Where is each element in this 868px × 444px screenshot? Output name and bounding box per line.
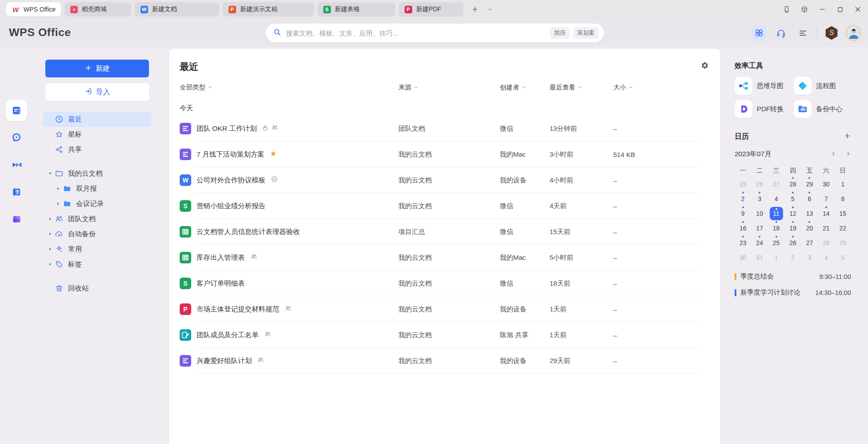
collapse-arrow-icon[interactable] [55,186,61,191]
avatar[interactable] [846,25,861,40]
calendar-day[interactable]: 1 [835,177,851,191]
calendar-day[interactable]: 9 [735,206,751,221]
tool-0[interactable]: 思维导图 [735,77,792,95]
calendar-day[interactable]: 2 [735,191,751,206]
filter-1[interactable]: 来源 [398,83,500,92]
file-row-4[interactable]: 云文档管人员信息统计表理器验收 项目汇总 微信 15天前 – [169,219,720,245]
calendar-day[interactable]: 13 [801,206,818,221]
calendar-day[interactable]: 5 [784,191,801,206]
sidebar-item-10[interactable]: 回收站 [43,281,151,296]
collapse-arrow-icon[interactable] [55,202,61,206]
file-row-7[interactable]: P 市场主体登记提交材料规范 我的云文档 我的设备 1天前 – [169,296,720,322]
window-tab-3[interactable]: P 新建演示文稿 [223,2,314,16]
calendar-day[interactable]: 31 [751,250,768,265]
calendar-day[interactable]: 28 [818,235,834,250]
sidebar-item-3[interactable]: 我的云文档 [43,166,151,181]
calendar-day[interactable]: 22 [835,221,851,235]
file-row-8[interactable]: 团队成员及分工名单 我的云文档 陈旭 共享 1天前 – [169,322,720,348]
calendar-day[interactable]: 6 [801,191,818,206]
calendar-day[interactable]: 24 [751,235,768,250]
file-row-5[interactable]: 库存出入管理表 我的云文档 我的Mac 5小时前 – [169,245,720,270]
maximize-icon[interactable] [835,4,845,14]
sidebar-item-0[interactable]: 最近 [43,112,151,127]
calendar-day[interactable]: 25 [735,177,751,191]
collapse-arrow-icon[interactable] [47,217,53,221]
window-tab-5[interactable]: P 新建PDF [399,2,463,16]
calendar-day[interactable]: 7 [818,191,834,206]
documents-home-icon[interactable] [6,100,27,121]
mobile-device-icon[interactable] [782,4,792,14]
calendar-app-icon[interactable] [6,181,27,202]
calendar-event-1[interactable]: 新季度学习计划讨论 14:30–16:00 [735,288,851,297]
new-document-button[interactable]: 新建 [45,60,149,77]
window-tab-1[interactable]: 稻壳商城 [64,2,131,16]
apps-grid-icon[interactable] [751,25,767,40]
calendar-day[interactable]: 27 [768,177,784,191]
file-row-3[interactable]: S 营销小组业绩分析报告 我的云文档 微信 4天前 – [169,193,720,219]
search-tag-plan[interactable]: 策划案 [573,27,599,39]
calendar-day[interactable]: 8 [835,191,851,206]
collapse-arrow-icon[interactable] [47,262,53,266]
filter-0[interactable]: 全部类型 [180,83,398,92]
calendar-day[interactable]: 16 [735,221,751,235]
calendar-day[interactable]: 28 [784,177,801,191]
tool-1[interactable]: 流程图 [794,77,851,95]
calendar-day[interactable]: 17 [751,221,768,235]
calendar-day[interactable]: 29 [801,177,818,191]
new-tab-plus-icon[interactable] [470,4,480,15]
calendar-day[interactable]: 3 [801,250,818,265]
import-button[interactable]: 导入 [45,83,149,101]
calendar-day[interactable]: 27 [801,235,818,250]
calendar-day[interactable]: 2 [784,250,801,265]
calendar-day[interactable]: 4 [818,250,834,265]
meeting-icon[interactable] [6,154,27,175]
sidebar-item-1[interactable]: 星标 [43,127,151,142]
sidebar-item-9[interactable]: 标签 [43,257,151,272]
close-icon[interactable] [853,4,863,14]
chat-icon[interactable] [6,127,27,148]
calendar-day[interactable]: 14 [818,206,834,221]
filter-3[interactable]: 最近查看 [550,83,613,92]
search-input[interactable] [286,29,547,37]
minimize-icon[interactable] [817,4,827,14]
search-bar[interactable]: 简历 策划案 [266,24,604,42]
sidebar-item-2[interactable]: 共享 [43,142,151,157]
file-row-2[interactable]: W 公司对外合作协议模板 我的云文档 我的设备 4小时前 – [169,167,720,193]
search-tag-resume[interactable]: 简历 [550,27,570,39]
expand-arrow-icon[interactable] [47,171,53,176]
sidebar-item-5[interactable]: 会议记录 [43,196,151,211]
calendar-day[interactable]: 20 [801,221,818,235]
calendar-day[interactable]: 3 [751,191,768,206]
calendar-day[interactable]: 29 [835,235,851,250]
settings-gear-icon[interactable] [701,61,709,71]
window-tab-0[interactable]: W WPS Office [6,2,61,16]
calendar-day[interactable]: 30 [818,177,834,191]
calendar-day[interactable]: 26 [784,235,801,250]
sidebar-item-8[interactable]: 常用 [43,242,151,257]
tool-2[interactable]: PDF转换 [735,100,792,118]
collapse-arrow-icon[interactable] [47,232,53,236]
calendar-day[interactable]: 11 [768,206,784,221]
file-row-0[interactable]: 团队 OKR 工作计划 团队文档 微信 13分钟前 – [169,116,720,141]
calendar-event-0[interactable]: 季度总结会 9:30–11:00 [735,272,851,281]
calendar-day[interactable]: 25 [768,235,784,250]
calendar-day[interactable]: 30 [735,250,751,265]
calendar-day[interactable]: 12 [784,206,801,221]
calendar-day[interactable]: 23 [735,235,751,250]
file-row-9[interactable]: 兴趣爱好组队计划 我的云文档 我的设备 29天前 – [169,348,720,374]
file-row-1[interactable]: 7 月线下活动策划方案 我的云文档 我的Mac 3小时前 514 KB [169,141,720,167]
sidebar-item-4[interactable]: 双月报 [43,181,151,196]
vip-badge-icon[interactable]: S [824,25,839,40]
filter-2[interactable]: 创建者 [500,83,550,92]
headset-icon[interactable] [773,25,788,40]
calendar-day[interactable]: 21 [818,221,834,235]
menu-icon[interactable] [795,25,810,40]
calendar-day[interactable]: 10 [751,206,768,221]
calendar-day[interactable]: 1 [768,250,784,265]
sidebar-item-6[interactable]: 团队文档 [43,211,151,226]
filter-4[interactable]: 大小 [613,83,720,92]
window-tab-2[interactable]: W 新建文档 [135,2,219,16]
file-row-6[interactable]: S 客户订单明细表 我的云文档 微信 18天前 – [169,270,720,296]
tab-list-chevron-icon[interactable] [485,4,495,15]
collapse-arrow-icon[interactable] [47,247,53,251]
